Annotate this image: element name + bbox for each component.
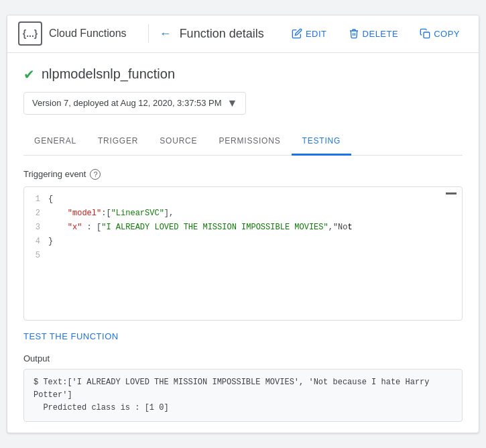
tab-general[interactable]: GENERAL bbox=[23, 128, 87, 156]
content-area: ✔ nlpmodelsnlp_function Version 7, deplo… bbox=[7, 53, 479, 433]
tabs-bar: GENERAL TRIGGER SOURCE PERMISSIONS TESTI… bbox=[23, 128, 463, 156]
code-lines: 1 2 3 4 5 { "model":["LinearSVC"], "x" :… bbox=[24, 187, 462, 268]
function-name-row: ✔ nlpmodelsnlp_function bbox=[23, 66, 463, 82]
delete-icon bbox=[349, 28, 359, 39]
code-line-4: } bbox=[48, 235, 462, 249]
logo-icon: {...} bbox=[18, 21, 42, 46]
svg-rect-0 bbox=[424, 32, 430, 38]
app-logo: {...} Cloud Functions bbox=[18, 21, 127, 46]
version-label: Version 7, deployed at Aug 12, 2020, 3:3… bbox=[32, 98, 222, 108]
toolbar-divider bbox=[148, 24, 149, 43]
copy-icon bbox=[420, 28, 430, 39]
help-icon[interactable]: ? bbox=[90, 169, 101, 180]
edit-icon bbox=[292, 28, 302, 39]
toolbar: {...} Cloud Functions ← Function details… bbox=[7, 15, 479, 53]
back-arrow-icon[interactable]: ← bbox=[160, 27, 172, 41]
triggering-event-label: Triggering event ? bbox=[23, 169, 463, 180]
toolbar-actions: EDIT DELETE COPY bbox=[284, 24, 468, 43]
line-numbers: 1 2 3 4 5 bbox=[24, 192, 48, 263]
code-content: { "model":["LinearSVC"], "x" : ["I ALREA… bbox=[48, 192, 462, 263]
tab-source[interactable]: SOURCE bbox=[149, 128, 208, 156]
version-dropdown[interactable]: Version 7, deployed at Aug 12, 2020, 3:3… bbox=[23, 92, 246, 115]
status-check-icon: ✔ bbox=[23, 66, 35, 82]
tab-testing[interactable]: TESTING bbox=[292, 128, 352, 156]
nav-back: ← Function details bbox=[160, 27, 264, 41]
edit-button[interactable]: EDIT bbox=[284, 24, 335, 43]
code-line-1: { bbox=[48, 192, 462, 207]
app-title: Cloud Functions bbox=[49, 27, 127, 40]
delete-button[interactable]: DELETE bbox=[341, 24, 407, 43]
output-line-2: Predicted class is : [1 0] bbox=[34, 402, 452, 414]
output-label: Output bbox=[23, 353, 463, 363]
page-title: Function details bbox=[180, 27, 264, 41]
main-window: {...} Cloud Functions ← Function details… bbox=[7, 15, 479, 434]
tab-permissions[interactable]: PERMISSIONS bbox=[208, 128, 291, 156]
function-name: nlpmodelsnlp_function bbox=[42, 66, 175, 82]
test-function-button[interactable]: TEST THE FUNCTION bbox=[23, 326, 119, 347]
code-line-2: "model":["LinearSVC"], bbox=[48, 207, 462, 221]
output-box: $ Text:['I ALREADY LOVED THE MISSION IMP… bbox=[23, 369, 463, 423]
copy-button[interactable]: COPY bbox=[412, 24, 468, 43]
scroll-indicator bbox=[446, 192, 457, 194]
chevron-down-icon: ▼ bbox=[227, 97, 238, 109]
code-editor[interactable]: 1 2 3 4 5 { "model":["LinearSVC"], "x" :… bbox=[23, 186, 463, 321]
code-line-3: "x" : ["I ALREADY LOVED THE MISSION IMPO… bbox=[48, 221, 462, 235]
output-line-1: $ Text:['I ALREADY LOVED THE MISSION IMP… bbox=[34, 376, 452, 402]
tab-trigger[interactable]: TRIGGER bbox=[87, 128, 149, 156]
